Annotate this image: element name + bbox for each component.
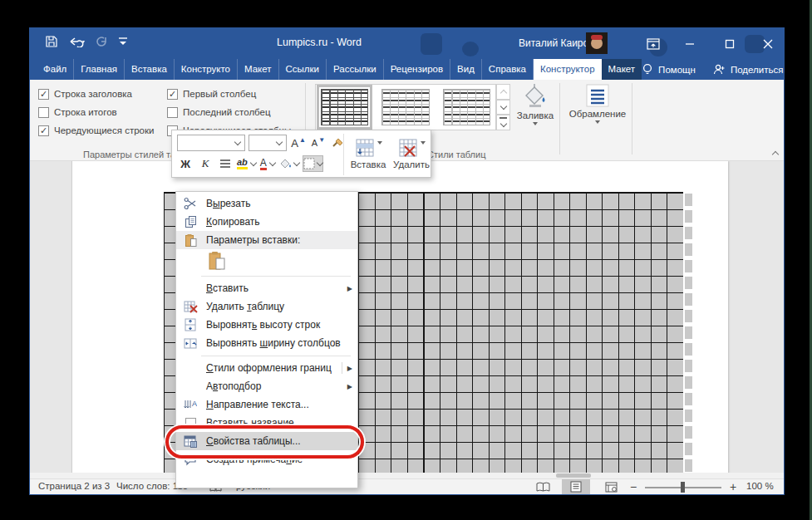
redo-button[interactable] [95,36,108,47]
delete-table-button[interactable]: Удалить [390,132,433,175]
avatar[interactable] [586,32,608,54]
ribbon-display-options-button[interactable] [635,28,672,59]
style-option-c1-2[interactable]: ✓Чередующиеся строки [38,124,154,137]
account-user-name[interactable]: Виталий Каиров [519,37,594,49]
horizontal-scrollbar-thumb[interactable] [556,473,591,478]
ribbon-tab-extras: Помощн Поделиться [642,59,791,80]
borders-dropdown-arrow[interactable] [595,120,600,124]
grow-font-button[interactable]: A▲ [290,135,307,151]
menu-item-delete-table[interactable]: Удалить таблицу [176,297,357,316]
share-label[interactable]: Поделиться [731,65,784,75]
tab-file[interactable]: Файл [37,59,74,80]
delete-table-icon [181,301,199,313]
insert-table-button[interactable]: Вставка [347,132,390,175]
font-color-button[interactable]: А [259,155,276,172]
table-style-thumbnail-selected[interactable] [319,87,370,127]
zoom-level[interactable]: 100 % [746,481,774,491]
menu-item-border-styles[interactable]: Стили оформления границ▶ [176,359,357,377]
page-indicator[interactable]: Страница 2 из 3 [38,481,110,491]
table-properties-icon [181,435,199,448]
tell-me-label[interactable]: Помощн [658,65,696,75]
tab-table-design[interactable]: Конструктор [534,59,602,80]
font-name-combo[interactable] [177,135,245,151]
italic-button[interactable]: К [197,155,214,172]
table-style-thumbnail[interactable] [441,87,492,127]
unchecked-checkbox-icon[interactable] [38,107,49,118]
tab-insert[interactable]: Вставка [125,59,175,80]
tab-layout[interactable]: Макет [238,59,279,80]
tab-home[interactable]: Главная [74,59,125,80]
zoom-in-button[interactable]: + [730,480,736,493]
border-styles-icon [586,84,609,107]
close-button[interactable] [750,28,786,59]
gallery-more-button[interactable] [496,115,510,130]
menu-item-text-direction[interactable]: AНаправление текста... [176,395,357,414]
shading-dropdown-arrow[interactable] [533,122,538,125]
save-icon[interactable] [45,35,58,48]
menu-item-insert[interactable]: Вставить▶ [176,279,357,297]
checked-checkbox-icon[interactable]: ✓ [38,89,49,100]
web-layout-button[interactable] [597,479,625,494]
zoom-slider-thumb[interactable] [681,482,685,493]
menu-item-autofit[interactable]: Автоподбор▶ [176,377,357,395]
checked-checkbox-icon[interactable]: ✓ [167,89,178,100]
paste-keep-source-icon[interactable] [206,250,228,272]
row-end-marker [685,326,692,339]
read-mode-button[interactable] [529,479,557,494]
gallery-scroll-down-button[interactable] [496,100,510,115]
tab-table-layout[interactable]: Макет [602,59,642,80]
style-option-c1-1[interactable]: Строка итогов [38,105,154,119]
print-layout-button[interactable] [562,479,590,494]
menu-item-distribute-rows[interactable]: Выровнять высоту строк [176,316,357,334]
shading-button[interactable]: Заливка [512,84,559,125]
group-divider [632,83,632,155]
unchecked-checkbox-icon[interactable] [167,107,178,118]
tab-mailings[interactable]: Рассылки [327,59,384,80]
lightbulb-icon [642,63,653,76]
tab-design[interactable]: Конструкто [175,59,238,80]
borders-small-button[interactable] [303,155,323,172]
checked-checkbox-icon[interactable]: ✓ [38,125,49,136]
tab-help[interactable]: Справка [482,59,534,80]
justify-icon[interactable] [217,155,234,172]
menu-separator [201,276,351,277]
shrink-font-button[interactable]: A▼ [310,135,327,151]
borders-button[interactable]: Обрамление [568,84,627,124]
gallery-scroll-up-button[interactable] [496,84,510,100]
style-option-c2-1[interactable]: Последний столбец [167,105,291,119]
tab-review[interactable]: Рецензиров [384,59,450,80]
minimize-button[interactable] [672,28,708,59]
shading-small-button[interactable] [279,155,299,172]
text-direction-icon: A [181,399,199,411]
table-context-menu: ВырезатьКопироватьПараметры вставки:Вста… [175,191,358,488]
row-end-marker [685,293,692,306]
menu-item-new-comment[interactable]: Создать примечание [176,450,357,468]
font-size-combo[interactable] [249,135,287,151]
row-end-marker [685,194,692,206]
menu-item-label: Вставить [206,282,249,294]
format-painter-icon[interactable] [330,135,347,151]
menu-item-label: Выровнять ширину столбцов [206,337,341,349]
menu-item-distribute-columns[interactable]: Выровнять ширину столбцов [176,334,357,352]
table-style-thumbnail[interactable] [380,87,431,127]
style-option-c2-0[interactable]: ✓Первый столбец [167,87,291,101]
bold-button[interactable]: Ж [177,155,194,172]
highlight-color-button[interactable]: ab [237,155,256,172]
tab-view[interactable]: Вид [450,59,482,80]
style-option-c1-0[interactable]: ✓Строка заголовка [38,87,154,101]
undo-button[interactable] [68,36,85,47]
tab-references[interactable]: Ссылки [279,59,327,80]
collapse-ribbon-button[interactable] [768,148,783,158]
checkbox-label: Чередующиеся строки [54,125,154,135]
menu-item-insert-caption[interactable]: Вставить название... [176,414,357,432]
zoom-out-button[interactable]: − [630,480,637,493]
clipboard-icon [181,233,199,248]
customize-quick-access-icon[interactable] [118,37,128,47]
group-label-table-styles: Стили таблиц [427,150,485,159]
row-end-marker [685,227,692,239]
maximize-button[interactable] [711,28,748,59]
menu-item-paste-keep-source[interactable] [176,249,357,272]
menu-item-table-properties[interactable]: Свойства таблицы... [176,432,357,450]
menu-item-copy[interactable]: Копировать [176,213,357,231]
menu-item-cut[interactable]: Вырезать [176,194,357,213]
